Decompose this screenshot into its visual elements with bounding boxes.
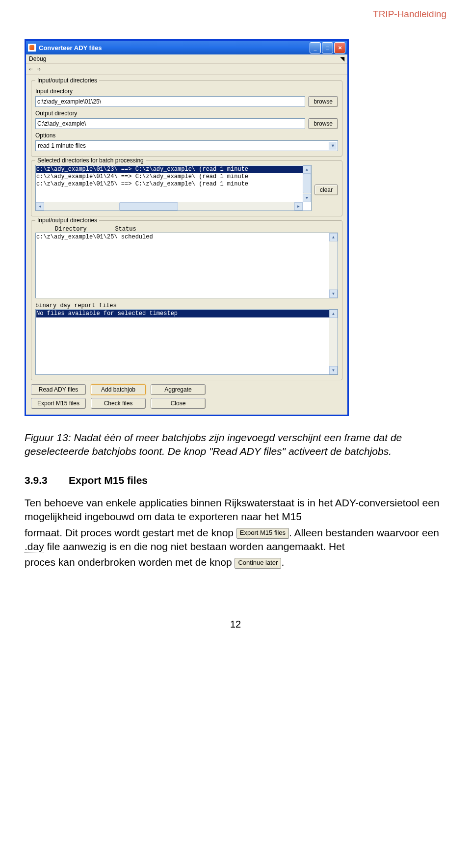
close-button[interactable]: ✕ [334, 42, 345, 53]
status-table-header: Directory Status [35, 225, 338, 233]
vertical-scrollbar[interactable]: ▲ ▼ [329, 310, 338, 374]
inline-export-button: Export M15 files [236, 528, 289, 539]
maximize-button[interactable]: □ [322, 42, 333, 53]
status-legend: Input/output directories [35, 217, 99, 224]
batch-legend: Selected directories for batch processin… [35, 157, 146, 164]
batch-listbox[interactable]: c:\z\ady_example\01\23\ ==> C:\z\ady_exa… [35, 165, 312, 211]
add-batchjob-button[interactable]: Add batchjob [91, 384, 146, 395]
menu-overflow-icon[interactable]: ◥ [340, 55, 344, 62]
read-ady-button[interactable]: Read ADY files [31, 384, 86, 395]
status-row[interactable]: c:\z\ady_example\01\25\ scheduled [36, 234, 337, 241]
output-dir-field[interactable] [35, 118, 305, 129]
batch-row-selected[interactable]: c:\z\ady_example\01\23\ ==> C:\z\ady_exa… [36, 166, 311, 173]
batch-row[interactable]: c:\z\ady_example\01\25\ ==> C:\z\ady_exa… [36, 181, 311, 188]
input-dir-field[interactable] [35, 96, 305, 107]
nav-toolbar: ⇐ ⇒ [26, 64, 347, 75]
paragraph: formaat. Dit proces wordt gestart met de… [25, 526, 446, 554]
day-extension: .day [25, 541, 44, 552]
document-body: Figuur 13: Nadat één of meer batchjobs z… [25, 431, 446, 570]
app-icon [28, 44, 36, 52]
titlebar: Converteer ADY files _ □ ✕ [26, 41, 347, 54]
inline-continue-button: Continue later [235, 558, 281, 569]
paragraph: Ten behoeve van enkele applicaties binne… [25, 496, 446, 524]
scroll-down-icon[interactable]: ▼ [303, 194, 311, 202]
options-value: read 1 minute files [38, 142, 86, 149]
browse-output-button[interactable]: browse [308, 118, 338, 129]
menu-bar: Debug ◥ [26, 54, 347, 64]
options-select[interactable]: read 1 minute files ▼ [35, 140, 338, 151]
scroll-down-icon[interactable]: ▼ [329, 289, 338, 298]
menu-debug[interactable]: Debug [29, 55, 46, 62]
batch-row[interactable]: c:\z\ady_example\01\24\ ==> C:\z\ady_exa… [36, 173, 311, 181]
binary-files-label: binary day report files [35, 302, 338, 309]
window-title: Converteer ADY files [39, 44, 310, 52]
status-listbox[interactable]: c:\z\ady_example\01\25\ scheduled ▲ ▼ [35, 233, 338, 298]
binary-listbox[interactable]: No files available for selected timestep… [35, 309, 338, 375]
input-dir-label: Input directory [35, 88, 338, 95]
paragraph: proces kan onderbroken worden met de kno… [25, 555, 446, 569]
export-m15-button[interactable]: Export M15 files [31, 398, 86, 409]
action-buttons: Read ADY files Add batchjob Aggregate Ex… [31, 384, 342, 409]
vertical-scrollbar[interactable]: ▲ ▼ [303, 165, 311, 202]
check-files-button[interactable]: Check files [91, 398, 146, 409]
nav-arrows-icon[interactable]: ⇐ ⇒ [29, 65, 40, 73]
io-directories-group: Input/output directories Input directory… [31, 80, 342, 157]
horizontal-scrollbar[interactable]: ◀ ▶ [36, 202, 303, 210]
options-label: Options [35, 132, 338, 139]
output-dir-label: Output directory [35, 110, 338, 117]
scroll-up-icon[interactable]: ▲ [329, 310, 338, 318]
document-header: TRIP-Handleiding [373, 9, 446, 20]
content-area: Input/output directories Input directory… [26, 75, 347, 415]
vertical-scrollbar[interactable]: ▲ ▼ [329, 233, 338, 298]
scroll-up-icon[interactable]: ▲ [303, 165, 311, 174]
browse-input-button[interactable]: browse [308, 96, 338, 107]
figure-caption: Figuur 13: Nadat één of meer batchjobs z… [25, 431, 446, 459]
scroll-right-icon[interactable]: ▶ [294, 202, 303, 210]
page-number: 12 [25, 619, 446, 630]
aggregate-button[interactable]: Aggregate [151, 384, 206, 395]
nofiles-row: No files available for selected timestep [36, 310, 337, 317]
scroll-up-icon[interactable]: ▲ [329, 233, 338, 241]
status-group: Input/output directories Directory Statu… [31, 220, 342, 380]
io-directories-legend: Input/output directories [35, 77, 99, 84]
chevron-down-icon: ▼ [329, 142, 337, 150]
close-app-button[interactable]: Close [151, 398, 206, 409]
scroll-down-icon[interactable]: ▼ [329, 366, 338, 374]
clear-button[interactable]: clear [314, 184, 338, 195]
minimize-button[interactable]: _ [310, 42, 321, 53]
section-heading: 3.9.3Export M15 files [25, 473, 446, 487]
batch-group: Selected directories for batch processin… [31, 160, 342, 216]
scroll-left-icon[interactable]: ◀ [36, 202, 44, 210]
app-window: Converteer ADY files _ □ ✕ Debug ◥ ⇐ ⇒ I… [25, 39, 349, 416]
